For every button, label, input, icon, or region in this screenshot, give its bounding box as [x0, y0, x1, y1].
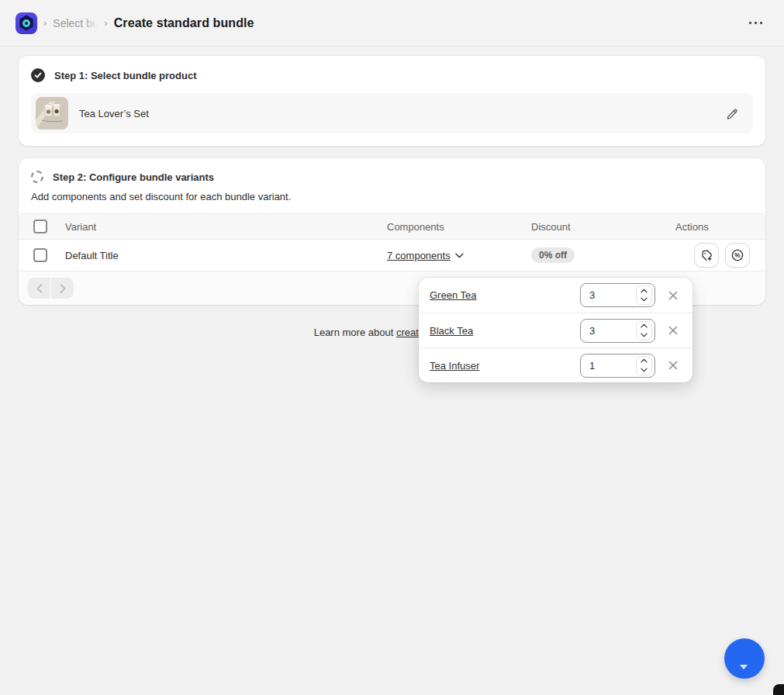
stepper-up-button[interactable]	[637, 322, 651, 331]
header-variant: Variant	[62, 221, 387, 233]
prev-page-button[interactable]	[28, 278, 50, 299]
corner-peek-shape	[773, 684, 784, 695]
stepper-down-icon	[641, 297, 648, 302]
stepper-up-button[interactable]	[637, 357, 651, 366]
step2-description: Add components and set discount for each…	[31, 191, 753, 202]
discount-settings-button[interactable]: %	[725, 243, 750, 268]
quantity-stepper	[580, 354, 655, 378]
component-link[interactable]: Tea Infuser	[430, 360, 572, 372]
next-page-button[interactable]	[51, 278, 74, 299]
remove-component-button[interactable]	[665, 287, 682, 304]
stepper-up-button[interactable]	[637, 286, 651, 296]
bundles-app-logo-icon	[16, 12, 37, 34]
stepper-down-button[interactable]	[637, 330, 651, 340]
chevron-down-icon	[455, 253, 464, 258]
quantity-stepper	[580, 319, 655, 343]
stepper-down-icon	[641, 368, 648, 372]
stepper-down-button[interactable]	[637, 296, 651, 305]
header-components: Components	[387, 221, 531, 233]
pencil-icon	[726, 107, 739, 120]
row-actions: %	[675, 243, 765, 268]
components-dropdown-link[interactable]: 7 components	[387, 250, 464, 261]
variant-name: Default Title	[62, 250, 387, 261]
product-name: Tea Lover’s Set	[79, 108, 710, 119]
page-title: Create standard bundle	[114, 16, 254, 30]
stepper-up-icon	[641, 289, 648, 293]
remove-component-button[interactable]	[665, 322, 682, 339]
chevron-left-icon	[36, 284, 43, 293]
step-complete-icon	[31, 68, 45, 82]
header-discount: Discount	[531, 221, 675, 233]
component-row: Black Tea	[419, 313, 692, 348]
step1-card: Step 1: Select bundle product Tea Lover’…	[19, 56, 765, 146]
breadcrumb-chevron-icon: ›	[43, 17, 47, 29]
tag-plus-icon	[700, 249, 713, 262]
component-link[interactable]: Black Tea	[430, 325, 572, 337]
table-row: Default Title 7 components 0% off	[19, 240, 765, 271]
row-checkbox[interactable]	[33, 248, 47, 262]
components-popover: Green Tea Black Tea	[419, 278, 692, 382]
component-row: Tea Infuser	[419, 348, 692, 382]
components-count-label: 7 components	[387, 250, 451, 261]
add-component-button[interactable]	[694, 243, 719, 268]
step2-title: Step 2: Configure bundle variants	[53, 171, 214, 183]
chat-widget-button[interactable]	[724, 638, 765, 679]
close-icon	[668, 290, 679, 301]
select-all-checkbox[interactable]	[33, 220, 47, 233]
component-link[interactable]: Green Tea	[430, 289, 572, 301]
selected-product-row: Tea Lover’s Set	[31, 93, 753, 133]
close-icon	[668, 325, 679, 336]
chat-bubble-icon	[734, 652, 755, 666]
stepper-down-icon	[641, 333, 648, 337]
more-actions-button[interactable]	[743, 17, 768, 29]
breadcrumb-parent-link[interactable]: Select bu	[53, 17, 98, 29]
product-thumbnail	[36, 97, 68, 130]
stepper-down-button[interactable]	[637, 365, 651, 375]
quantity-stepper	[580, 283, 655, 307]
discount-badge: 0% off	[531, 247, 575, 263]
stepper-up-icon	[641, 358, 648, 363]
table-header-row: Variant Components Discount Actions	[19, 213, 765, 240]
quantity-input[interactable]	[581, 325, 626, 337]
quantity-input[interactable]	[581, 360, 626, 372]
header-actions: Actions	[675, 221, 765, 233]
close-icon	[668, 360, 679, 371]
discount-seal-icon: %	[730, 248, 744, 262]
svg-text:%: %	[734, 252, 741, 259]
edit-product-button[interactable]	[721, 102, 744, 125]
quantity-input[interactable]	[581, 289, 626, 301]
step1-title: Step 1: Select bundle product	[54, 70, 196, 81]
component-row: Green Tea	[419, 278, 692, 313]
pagination	[28, 278, 74, 299]
horizontal-dots-icon	[749, 22, 751, 24]
breadcrumb-chevron-icon: ›	[104, 17, 107, 29]
stepper-up-icon	[641, 323, 648, 328]
remove-component-button[interactable]	[665, 357, 682, 374]
step-incomplete-icon	[31, 171, 43, 183]
topbar: › Select bu › Create standard bundle	[0, 0, 784, 47]
chevron-right-icon	[60, 284, 66, 293]
